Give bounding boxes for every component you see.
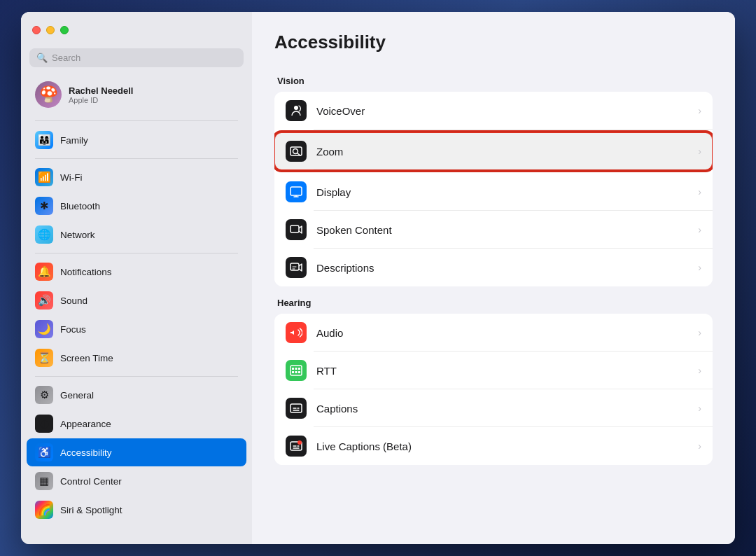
sidebar-item-label-wifi: Wi-Fi [60,172,82,183]
svg-rect-14 [298,368,300,370]
zoom-label: Zoom [316,146,688,158]
rtt-row-icon [286,360,307,381]
controlcenter-icon: ▦ [35,472,53,490]
accessibility-icon: ♿ [35,443,53,461]
sidebar-item-sound[interactable]: 🔊Sound [27,286,246,314]
focus-icon: 🌙 [35,320,53,338]
live-captions-chevron: › [698,440,701,452]
svg-rect-1 [290,147,302,155]
content-header: Accessibility [252,12,735,64]
descriptions-chevron: › [698,262,701,273]
svg-point-0 [294,106,298,110]
content-body: Vision VoiceOver› Zoom› Display› Spoken … [252,64,735,544]
svg-rect-7 [290,225,299,232]
svg-rect-13 [295,368,298,370]
svg-rect-16 [295,371,298,373]
search-bar[interactable]: 🔍 Search [29,48,244,67]
sound-icon: 🔊 [35,291,53,310]
sidebar-item-label-sound: Sound [60,296,88,306]
sidebar-item-focus[interactable]: 🌙Focus [27,315,246,343]
spoken-content-row-icon [286,219,307,240]
settings-row-rtt[interactable]: RTT› [274,352,713,389]
sidebar-item-controlcenter[interactable]: ▦Control Center [27,467,246,495]
content-sections: Vision VoiceOver› Zoom› Display› Spoken … [274,76,713,465]
svg-point-20 [298,440,302,445]
sidebar-item-notifications[interactable]: 🔔Notifications [27,258,246,286]
svg-rect-4 [290,187,302,195]
system-preferences-window: 🔍 Search 🍄 Rachel Needell Apple ID 👨‍👩‍👧… [21,12,735,544]
voiceover-chevron: › [698,105,701,116]
settings-row-captions[interactable]: Captions› [274,389,713,427]
sidebar: 🔍 Search 🍄 Rachel Needell Apple ID 👨‍👩‍👧… [21,12,252,544]
general-icon: ⚙ [35,386,53,404]
svg-rect-12 [292,368,294,370]
settings-group-vision: VoiceOver› Zoom› Display› Spoken Content… [274,92,713,286]
minimize-button[interactable] [46,26,55,34]
appearance-icon: ◑ [35,415,53,433]
divider-3 [35,253,238,253]
divider-1 [35,120,238,121]
screentime-icon: ⏳ [35,349,53,367]
display-chevron: › [698,186,701,197]
siri-icon: 🌈 [35,501,53,519]
titlebar [21,12,252,48]
settings-row-live-captions[interactable]: Live Captions (Beta)› [274,427,713,465]
spoken-content-label: Spoken Content [316,224,688,236]
divider-2 [35,158,238,159]
settings-row-descriptions[interactable]: Descriptions› [274,249,713,286]
audio-chevron: › [698,327,701,338]
settings-row-spoken-content[interactable]: Spoken Content› [274,211,713,249]
wifi-icon: 📶 [35,168,53,186]
user-profile[interactable]: 🍄 Rachel Needell Apple ID [27,76,246,113]
display-row-icon [286,181,307,202]
sidebar-item-label-notifications: Notifications [60,267,112,277]
descriptions-label: Descriptions [316,262,688,274]
captions-chevron: › [698,403,701,414]
sidebar-item-general[interactable]: ⚙General [27,381,246,409]
svg-rect-17 [298,371,300,373]
sidebar-item-label-focus: Focus [60,324,86,335]
sidebar-item-label-bluetooth: Bluetooth [60,201,100,211]
main-content: Accessibility Vision VoiceOver› Zoom› Di… [252,12,735,544]
search-icon: 🔍 [36,53,48,63]
page-title: Accessibility [274,32,713,53]
sidebar-item-label-screentime: Screen Time [60,353,113,363]
sidebar-item-label-siri: Siri & Spotlight [60,505,122,515]
captions-row-icon [286,398,307,419]
sidebar-item-screentime[interactable]: ⏳Screen Time [27,344,246,372]
rtt-label: RTT [316,365,688,377]
settings-row-audio[interactable]: Audio› [274,314,713,352]
sidebar-item-label-appearance: Appearance [60,419,111,429]
maximize-button[interactable] [60,26,69,34]
sidebar-item-appearance[interactable]: ◑Appearance [27,410,246,438]
sidebar-item-wifi[interactable]: 📶Wi-Fi [27,163,246,191]
sidebar-item-bluetooth[interactable]: ✱Bluetooth [27,192,246,220]
voiceover-label: VoiceOver [316,105,688,117]
bluetooth-icon: ✱ [35,197,53,215]
settings-row-voiceover[interactable]: VoiceOver› [274,92,713,130]
zoom-row-icon [286,141,307,162]
section-heading-vision: Vision [274,76,713,86]
sidebar-item-siri[interactable]: 🌈Siri & Spotlight [27,496,246,524]
sidebar-item-label-controlcenter: Control Center [60,476,122,487]
settings-group-hearing: Audio› RTT› Captions› Live Captions (Bet… [274,314,713,465]
sidebar-item-label-accessibility: Accessibility [60,447,112,458]
notifications-icon: 🔔 [35,263,53,281]
sidebar-item-network[interactable]: 🌐Network [27,221,246,249]
settings-row-display[interactable]: Display› [274,173,713,211]
live-captions-label: Live Captions (Beta) [316,440,688,452]
sidebar-item-family[interactable]: 👨‍👩‍👧Family [27,126,246,154]
search-placeholder: Search [52,53,80,63]
sidebar-items-container: 👨‍👩‍👧Family📶Wi-Fi✱Bluetooth🌐Network🔔Noti… [21,125,252,524]
zoom-chevron: › [698,146,701,157]
voiceover-row-icon [286,100,307,121]
display-label: Display [316,186,688,198]
settings-row-zoom[interactable]: Zoom› [274,132,713,170]
audio-label: Audio [316,327,688,339]
sidebar-item-accessibility[interactable]: ♿Accessibility [27,438,246,466]
spoken-content-chevron: › [698,224,701,235]
family-icon: 👨‍👩‍👧 [35,131,53,149]
svg-rect-15 [292,371,294,373]
close-button[interactable] [32,26,41,34]
captions-label: Captions [316,403,688,415]
